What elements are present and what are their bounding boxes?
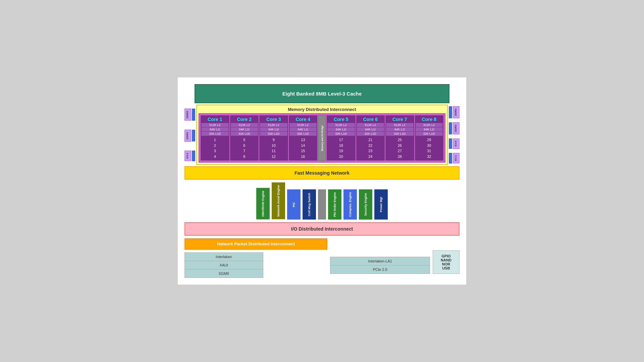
interlaken-la1: Interlaken-LA1	[330, 257, 430, 265]
blue-bar-left-2	[192, 130, 195, 142]
fast-messaging-network: Fast Messaging Network	[184, 166, 460, 180]
blue-bar-right-1	[449, 106, 452, 118]
cntl-msg-switch: Cntl Msg Switch	[303, 189, 316, 220]
network-packet-interconnect: Network Packet Distributed Interconnect	[184, 238, 327, 250]
ddr3-left-2: DDR3	[184, 130, 191, 142]
sgmii-left: SGMII	[185, 269, 263, 278]
pkt-order-engine: Pkt Order Engine	[328, 189, 341, 220]
compres-engine: Compres. Engine	[343, 189, 357, 220]
blue-bar-left-1	[192, 109, 195, 121]
power-mgt: Power Mgt	[374, 189, 388, 220]
core-4: Core 4 512K L2 64K L1I 32K L1D 13 14 15 …	[289, 115, 318, 161]
interlaken-left: Interlaken	[185, 253, 263, 261]
ici1-right: ICI-1	[453, 153, 460, 163]
ici0-right: ICI-0	[453, 138, 460, 149]
gpio-box: GPIONANDNORUSB	[433, 250, 460, 274]
xaui-left: XAUI	[185, 261, 263, 269]
core-8: Core 8 512K L2 64K L1I 32K L1D 29 30 31 …	[415, 115, 444, 161]
dma-raid-engine: DMA/RAID Engine	[256, 188, 270, 220]
blue-bar-right-2	[449, 122, 452, 134]
core-1: Core 1 512K L2 64K L1I 32K L1D 1 2 3 4	[201, 115, 229, 161]
core-6: Core 6 512K L2 64K L1I 32K L1D 21 22 23 …	[356, 115, 385, 161]
engines-area: DMA/RAID Engine Network Accel Engine PIC…	[184, 181, 460, 221]
network-accel-engine: Network Accel Engine	[272, 182, 285, 219]
left-bottom-section: Interlaken XAUI SGMII	[184, 252, 263, 278]
right-bottom-section: Interlaken-LA1 PCIe 2.0	[330, 257, 430, 274]
blue-bar-right-4	[449, 153, 452, 163]
memory-interconnect-title: Memory Distributed Interconnect	[199, 107, 445, 112]
pic-engine: PIC	[287, 189, 301, 220]
io-distributed-interconnect: I/O Distributed Interconnect	[184, 222, 460, 236]
l3-cache-label: Eight Banked 8MB Level-3 Cache	[282, 91, 362, 97]
bridge-spacer	[318, 189, 326, 220]
diagram-container: Eight Banked 8MB Level-3 Cache DDR3 DDR3…	[178, 77, 466, 284]
pcie-2: PCIe 2.0	[330, 265, 430, 274]
security-engine: Security Engine	[359, 189, 372, 220]
core-3: Core 3 512K L2 64K L1I 32K L1D 9 10 11 1…	[259, 115, 288, 161]
core-7: Core 7 512K L2 64K L1I 32K L1D 25 26 27 …	[385, 115, 414, 161]
core-5: Core 5 512K L2 64K L1I 32K L1D 17 18 19 …	[327, 115, 356, 161]
core-2: Core 2 512K L2 64K L1I 32K L1D 5 6 7 8	[230, 115, 259, 161]
ddr3-right-2: DDR3	[453, 122, 460, 134]
ici2-left: ICI-2	[184, 150, 191, 161]
blue-bar-left-3	[192, 150, 195, 161]
ddr3-right-1: DDR3	[453, 106, 460, 118]
blue-bar-right-3	[449, 138, 452, 149]
ddr3-left-1: DDR3	[184, 109, 191, 121]
l3-cache: Eight Banked 8MB Level-3 Cache	[195, 84, 449, 103]
memory-io-bridge: Memory and I/O Bridge	[321, 125, 323, 151]
